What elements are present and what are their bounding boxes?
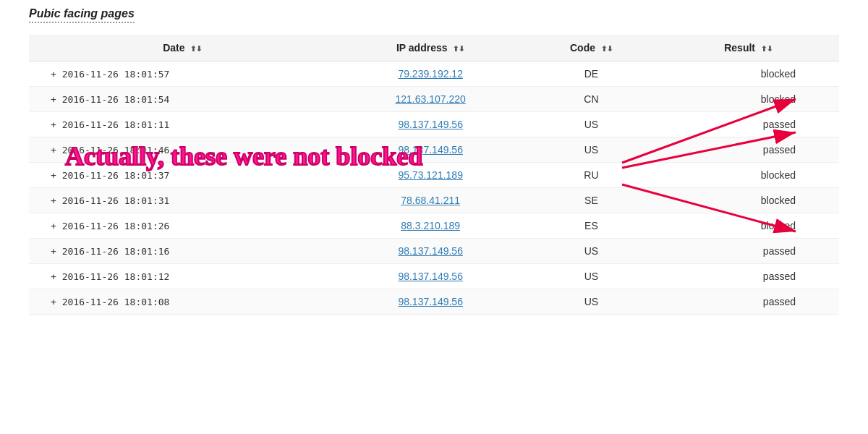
cell-date: + 2016-11-26 18:01:08 [29, 289, 336, 315]
cell-ip[interactable]: 79.239.192.12 [336, 61, 525, 87]
cell-date: + 2016-11-26 18:01:37 [29, 163, 336, 188]
cell-code: US [525, 264, 658, 289]
sort-arrows-date[interactable]: ⬆⬇ [190, 45, 202, 53]
cell-ip[interactable]: 98.137.149.56 [336, 239, 525, 264]
col-header-code[interactable]: Code ⬆⬇ [525, 35, 658, 61]
cell-date: + 2016-11-26 18:01:31 [29, 188, 336, 213]
ip-link[interactable]: 98.137.149.56 [398, 296, 463, 307]
cell-code: US [525, 239, 658, 264]
ip-link[interactable]: 98.137.149.56 [398, 271, 463, 282]
table-row: + 2016-11-26 18:01:3795.73.121.189RUbloc… [29, 163, 839, 188]
cell-date: + 2016-11-26 18:01:12 [29, 264, 336, 289]
cell-result: blocked [658, 87, 839, 112]
cell-code: US [525, 112, 658, 137]
table-row: + 2016-11-26 18:01:54121.63.107.220CNblo… [29, 87, 839, 112]
ip-link[interactable]: 78.68.41.211 [401, 195, 460, 206]
cell-code: SE [525, 188, 658, 213]
page-title: Pubic facing pages [29, 7, 135, 23]
cell-result: blocked [658, 188, 839, 213]
table-row: + 2016-11-26 18:01:4698.137.149.56USpass… [29, 137, 839, 163]
ip-link[interactable]: 98.137.149.56 [398, 119, 463, 130]
cell-ip[interactable]: 98.137.149.56 [336, 112, 525, 137]
ip-link[interactable]: 95.73.121.189 [398, 169, 463, 181]
cell-date: + 2016-11-26 18:01:54 [29, 87, 336, 112]
cell-ip[interactable]: 98.137.149.56 [336, 289, 525, 315]
sort-arrows-ip[interactable]: ⬆⬇ [453, 45, 464, 53]
table-row: + 2016-11-26 18:01:1698.137.149.56USpass… [29, 239, 839, 264]
cell-code: US [525, 137, 658, 163]
cell-code: RU [525, 163, 658, 188]
col-header-ip[interactable]: IP address ⬆⬇ [336, 35, 525, 61]
cell-code: ES [525, 213, 658, 239]
cell-result: passed [658, 137, 839, 163]
cell-result: passed [658, 239, 839, 264]
sort-arrows-result[interactable]: ⬆⬇ [761, 45, 773, 53]
cell-ip[interactable]: 121.63.107.220 [336, 87, 525, 112]
cell-code: US [525, 289, 658, 315]
table-row: + 2016-11-26 18:01:3178.68.41.211SEblock… [29, 188, 839, 213]
col-header-result[interactable]: Result ⬆⬇ [658, 35, 839, 61]
log-table: Date ⬆⬇ IP address ⬆⬇ Code ⬆⬇ Result ⬆⬇ … [29, 35, 839, 315]
cell-ip[interactable]: 78.68.41.211 [336, 188, 525, 213]
cell-date: + 2016-11-26 18:01:16 [29, 239, 336, 264]
table-row: + 2016-11-26 18:01:1298.137.149.56USpass… [29, 264, 839, 289]
cell-date: + 2016-11-26 18:01:26 [29, 213, 336, 239]
cell-ip[interactable]: 98.137.149.56 [336, 264, 525, 289]
table-row: + 2016-11-26 18:01:1198.137.149.56USpass… [29, 112, 839, 137]
cell-result: blocked [658, 163, 839, 188]
table-header-row: Date ⬆⬇ IP address ⬆⬇ Code ⬆⬇ Result ⬆⬇ [29, 35, 839, 61]
cell-result: blocked [658, 213, 839, 239]
table-row: + 2016-11-26 18:01:5779.239.192.12DEbloc… [29, 61, 839, 87]
cell-date: + 2016-11-26 18:01:57 [29, 61, 336, 87]
cell-code: CN [525, 87, 658, 112]
cell-ip[interactable]: 95.73.121.189 [336, 163, 525, 188]
cell-ip[interactable]: 98.137.149.56 [336, 137, 525, 163]
cell-result: passed [658, 112, 839, 137]
cell-date: + 2016-11-26 18:01:46 [29, 137, 336, 163]
cell-result: blocked [658, 61, 839, 87]
ip-link[interactable]: 98.137.149.56 [398, 245, 463, 257]
cell-code: DE [525, 61, 658, 87]
cell-ip[interactable]: 88.3.210.189 [336, 213, 525, 239]
cell-date: + 2016-11-26 18:01:11 [29, 112, 336, 137]
sort-arrows-code[interactable]: ⬆⬇ [601, 45, 613, 53]
table-row: + 2016-11-26 18:01:2688.3.210.189ESblock… [29, 213, 839, 239]
col-header-date[interactable]: Date ⬆⬇ [29, 35, 336, 61]
ip-link[interactable]: 98.137.149.56 [398, 144, 463, 156]
cell-result: passed [658, 264, 839, 289]
cell-result: passed [658, 289, 839, 315]
ip-link[interactable]: 79.239.192.12 [398, 68, 463, 80]
table-row: + 2016-11-26 18:01:0898.137.149.56USpass… [29, 289, 839, 315]
ip-link[interactable]: 121.63.107.220 [396, 93, 466, 105]
ip-link[interactable]: 88.3.210.189 [401, 220, 460, 231]
